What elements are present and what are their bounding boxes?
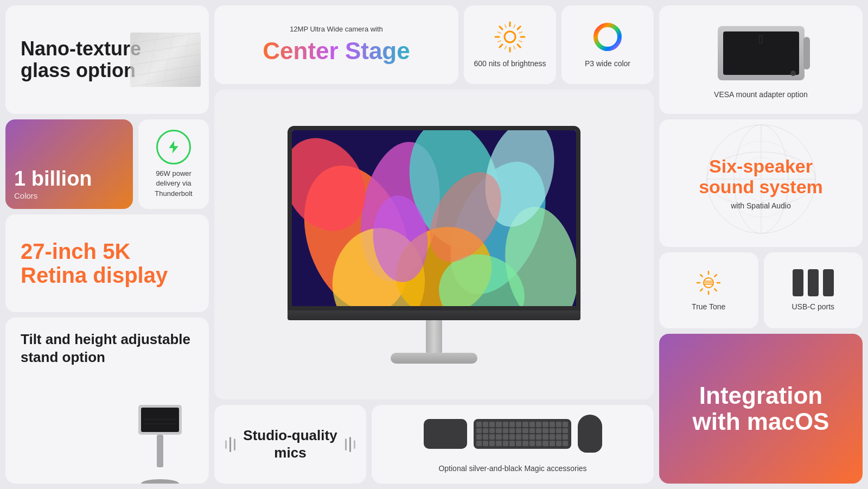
right-column:  VESA mount adapter option Six-speaker … xyxy=(659,5,863,484)
svg-line-1 xyxy=(130,43,201,54)
monitor-neck xyxy=(426,320,442,353)
svg-rect-11 xyxy=(157,435,163,467)
retina-line2: Retina display xyxy=(21,263,168,287)
card-brightness: 600 nits of brightness xyxy=(464,5,556,84)
mouse-image xyxy=(578,415,602,453)
monitor-chin xyxy=(288,310,580,320)
colors-power-row: 1 billion Colors 96W power delivery via … xyxy=(5,119,209,209)
card-stand: Tilt and height adjustable stand option xyxy=(5,317,209,484)
usb-ports-icon xyxy=(793,269,834,296)
six-speaker-line1: Six-speaker xyxy=(699,156,823,176)
svg-line-28 xyxy=(498,41,501,42)
mic-waves-right xyxy=(345,437,355,452)
card-retina-display: 27-inch 5K Retina display xyxy=(5,214,209,312)
tone-usb-row: True Tone USB-C ports xyxy=(659,252,863,328)
card-studio-mics: Studio-quality mics xyxy=(214,405,366,484)
svg-line-23 xyxy=(514,25,515,28)
nano-texture-image xyxy=(130,33,201,87)
true-tone-icon xyxy=(695,269,722,296)
billion-label: Colors xyxy=(14,191,37,200)
svg-line-20 xyxy=(500,45,502,48)
svg-line-58 xyxy=(700,289,703,291)
brightness-label: 600 nits of brightness xyxy=(474,59,546,68)
svg-line-2 xyxy=(130,54,201,65)
card-usb-c: USB-C ports xyxy=(764,252,863,328)
left-column: Nano-texture glass option 1 billion Colo… xyxy=(5,5,209,484)
svg-line-7 xyxy=(163,33,174,87)
billion-number: 1 billion xyxy=(14,168,92,189)
card-monitor xyxy=(214,90,654,399)
trackpad-image xyxy=(424,419,467,449)
vesa-label: VESA mount adapter option xyxy=(714,90,808,99)
svg-point-12 xyxy=(141,479,179,484)
six-speaker-subtitle: with Spatial Audio xyxy=(731,201,791,210)
retina-text: 27-inch 5K Retina display xyxy=(21,239,168,287)
svg-line-0 xyxy=(130,33,201,43)
svg-line-29 xyxy=(498,32,501,33)
svg-line-8 xyxy=(179,33,190,87)
accessories-label: Optional silver-and-black Magic accessor… xyxy=(438,463,586,473)
usb-port-1 xyxy=(793,269,803,296)
card-vesa-mount:  VESA mount adapter option xyxy=(659,5,863,114)
card-nano-texture: Nano-texture glass option xyxy=(5,5,209,114)
vesa-dot xyxy=(790,71,796,76)
svg-line-4 xyxy=(130,76,201,87)
brightness-icon xyxy=(494,21,526,53)
stand-image xyxy=(127,402,203,484)
card-magic-accessories: Optional silver-and-black Magic accessor… xyxy=(372,405,654,484)
svg-line-54 xyxy=(715,275,717,277)
center-stage-title: Center Stage xyxy=(263,37,410,65)
studio-mics-label: Studio-quality mics xyxy=(243,427,337,461)
svg-line-27 xyxy=(505,46,506,49)
monitor-wallpaper xyxy=(292,130,576,306)
svg-line-5 xyxy=(130,33,141,49)
usb-port-2 xyxy=(808,269,819,296)
svg-point-31 xyxy=(505,31,515,42)
vesa-arm xyxy=(803,37,810,69)
svg-line-60 xyxy=(700,275,703,277)
card-center-stage: 12MP Ultra Wide camera with Center Stage xyxy=(214,5,458,84)
true-tone-label: True Tone xyxy=(692,302,725,312)
svg-line-25 xyxy=(519,41,522,42)
p3-icon xyxy=(591,21,624,53)
svg-point-32 xyxy=(596,25,620,49)
card-power-delivery: 96W power delivery via Thunderbolt xyxy=(138,119,209,209)
usbc-label: USB-C ports xyxy=(792,302,834,312)
svg-line-18 xyxy=(518,45,520,48)
svg-line-56 xyxy=(715,289,717,291)
macos-label: Integration with macOS xyxy=(672,383,850,435)
card-six-speaker: Six-speaker sound system with Spatial Au… xyxy=(659,119,863,247)
svg-line-22 xyxy=(500,27,502,29)
usb-port-3 xyxy=(823,269,834,296)
p3-label: P3 wide color xyxy=(585,59,630,68)
center-bottom-row: Studio-quality mics xyxy=(214,405,654,484)
six-speaker-line2: sound system xyxy=(699,177,823,197)
keyboard-image xyxy=(474,419,571,449)
svg-line-3 xyxy=(130,65,201,76)
center-top-row: 12MP Ultra Wide camera with Center Stage xyxy=(214,5,654,84)
power-icon xyxy=(156,130,191,164)
svg-line-30 xyxy=(505,25,506,28)
camera-subtitle: 12MP Ultra Wide camera with xyxy=(290,25,383,33)
card-macos-integration: Integration with macOS xyxy=(659,334,863,484)
mic-waves-left xyxy=(225,437,235,452)
card-p3-color: P3 wide color xyxy=(561,5,654,84)
svg-line-16 xyxy=(518,27,520,29)
monitor-display xyxy=(288,126,580,364)
monitor-screen xyxy=(288,126,580,310)
accessories-row xyxy=(424,415,602,453)
card-true-tone: True Tone xyxy=(659,252,758,328)
retina-line1: 27-inch 5K xyxy=(21,239,168,263)
vesa-body:  xyxy=(718,26,805,80)
svg-line-24 xyxy=(519,32,522,33)
center-column: 12MP Ultra Wide camera with Center Stage xyxy=(214,5,654,484)
apple-logo-icon:  xyxy=(758,33,763,47)
svg-line-26 xyxy=(514,46,515,49)
power-label: 96W power delivery via Thunderbolt xyxy=(145,169,202,199)
stand-label: Tilt and height adjustable stand option xyxy=(21,331,194,366)
six-speaker-title: Six-speaker sound system xyxy=(699,156,823,197)
monitor-base xyxy=(391,353,477,364)
card-billion-colors: 1 billion Colors xyxy=(5,119,133,209)
vesa-image:  xyxy=(712,21,810,86)
